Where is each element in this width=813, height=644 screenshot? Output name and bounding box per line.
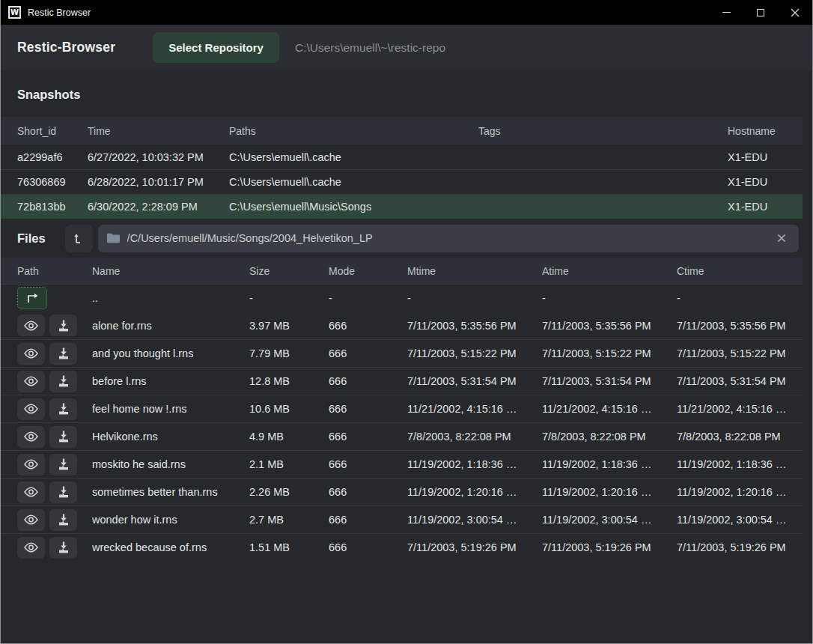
current-path-bar[interactable]: /C/Users/emuell/Music/Songs/2004_Helveti…: [98, 225, 799, 252]
clear-path-button[interactable]: [773, 230, 790, 246]
files-section-title: Files: [17, 231, 46, 246]
column-header-hostname: Hostname: [728, 125, 803, 137]
minimize-icon: [722, 12, 731, 13]
preview-file-button[interactable]: [17, 482, 45, 503]
snapshots-table-body: a2299af6 6/27/2022, 10:03:32 PM C:\Users…: [1, 145, 803, 219]
download-file-button[interactable]: [49, 343, 77, 365]
snapshots-table-header: Short_id Time Paths Tags Hostname: [1, 117, 803, 145]
files-table-header: Path Name Size Mode Mtime Atime Ctime: [1, 258, 803, 284]
file-row: wonder how it.rns 2.7 MB 666 11/19/2002,…: [1, 505, 803, 533]
repository-header: Restic-Browser Select Repository C:\User…: [1, 25, 812, 70]
snapshots-table: Short_id Time Paths Tags Hostname a2299a…: [1, 117, 803, 219]
eye-icon: [24, 542, 38, 553]
file-ctime: 7/8/2003, 8:22:08 PM: [677, 431, 803, 443]
snapshot-time: 6/28/2022, 10:01:17 PM: [88, 176, 229, 188]
file-ctime: 7/11/2003, 5:15:22 PM: [677, 347, 803, 359]
snapshot-short-id: 76306869: [17, 176, 88, 188]
download-file-button[interactable]: [49, 454, 77, 476]
file-ctime: 7/11/2003, 5:31:54 PM: [677, 375, 803, 387]
minimize-button[interactable]: [709, 0, 743, 25]
close-button[interactable]: [778, 0, 812, 25]
preview-file-button[interactable]: [17, 371, 45, 392]
maximize-button[interactable]: [743, 0, 778, 25]
go-to-parent-button[interactable]: [17, 287, 47, 309]
file-atime: -: [542, 292, 677, 304]
file-name: wrecked because of.rns: [92, 541, 249, 553]
file-name: sometimes better than.rns: [92, 486, 249, 498]
select-repository-button[interactable]: Select Repository: [153, 32, 279, 63]
snapshot-row[interactable]: a2299af6 6/27/2022, 10:03:32 PM C:\Users…: [1, 145, 803, 169]
download-icon: [58, 458, 70, 470]
snapshot-short-id: 72b813bb: [17, 201, 88, 213]
files-table: Path Name Size Mode Mtime Atime Ctime ..…: [1, 258, 803, 561]
file-mtime: 7/11/2003, 5:15:22 PM: [407, 347, 542, 359]
file-mtime: 11/19/2002, 1:20:16 …: [407, 486, 542, 498]
eye-icon: [24, 404, 38, 414]
file-mode: 666: [329, 431, 407, 443]
eye-icon: [24, 431, 38, 442]
eye-icon: [24, 514, 38, 525]
file-size: 2.1 MB: [249, 458, 329, 470]
column-header-mtime: Mtime: [407, 265, 542, 277]
file-ctime: 11/19/2002, 1:20:16 …: [677, 486, 803, 498]
snapshot-row[interactable]: 76306869 6/28/2022, 10:01:17 PM C:\Users…: [1, 169, 803, 194]
titlebar-left: W Restic Browser: [1, 6, 709, 19]
preview-file-button[interactable]: [17, 398, 45, 420]
snapshot-row[interactable]: 72b813bb 6/30/2022, 2:28:09 PM C:\Users\…: [1, 194, 803, 219]
file-name: before l.rns: [92, 375, 249, 387]
level-up-icon: [72, 231, 85, 245]
file-size: 1.51 MB: [249, 541, 329, 553]
file-atime: 11/19/2002, 3:00:54 …: [542, 514, 677, 526]
file-size: -: [249, 292, 329, 304]
download-file-button[interactable]: [49, 537, 77, 559]
download-file-button[interactable]: [49, 426, 77, 448]
file-size: 2.7 MB: [249, 514, 329, 526]
file-atime: 11/19/2002, 1:20:16 …: [542, 486, 677, 498]
preview-file-button[interactable]: [17, 343, 45, 365]
file-mtime: 7/11/2003, 5:19:26 PM: [407, 541, 542, 553]
file-mode: 666: [329, 458, 407, 470]
file-name: feel home now !.rns: [92, 403, 249, 415]
download-file-button[interactable]: [49, 371, 77, 392]
snapshot-time: 6/30/2022, 2:28:09 PM: [88, 201, 229, 213]
file-mtime: -: [407, 292, 542, 304]
file-ctime: -: [677, 292, 803, 304]
eye-icon: [24, 459, 38, 470]
file-size: 10.6 MB: [249, 403, 329, 415]
column-header-time: Time: [88, 125, 229, 137]
open-snapshot-root-button[interactable]: [65, 225, 93, 252]
file-mode: 666: [329, 541, 407, 553]
preview-file-button[interactable]: [17, 315, 45, 336]
download-icon: [58, 403, 70, 415]
file-mode: 666: [329, 403, 407, 415]
preview-file-button[interactable]: [17, 537, 45, 559]
parent-directory-row: .. - - - - -: [1, 284, 803, 312]
file-mode: 666: [329, 486, 407, 498]
file-ctime: 7/11/2003, 5:35:56 PM: [677, 320, 803, 332]
file-atime: 11/21/2002, 4:15:16 …: [542, 403, 677, 415]
preview-file-button[interactable]: [17, 509, 45, 531]
file-row: feel home now !.rns 10.6 MB 666 11/21/20…: [1, 395, 803, 422]
download-icon: [58, 347, 70, 359]
column-header-paths: Paths: [229, 125, 478, 137]
column-header-name: Name: [92, 265, 249, 277]
column-header-size: Size: [249, 265, 329, 277]
download-file-button[interactable]: [49, 315, 77, 336]
file-atime: 7/11/2003, 5:35:56 PM: [542, 320, 677, 332]
file-name: and you thought l.rns: [92, 347, 249, 359]
file-row: and you thought l.rns 7.79 MB 666 7/11/2…: [1, 339, 803, 367]
preview-file-button[interactable]: [17, 454, 45, 476]
download-file-button[interactable]: [49, 509, 77, 531]
preview-file-button[interactable]: [17, 426, 45, 448]
wails-app-icon: W: [8, 6, 21, 19]
file-row: Helvikone.rns 4.9 MB 666 7/8/2003, 8:22:…: [1, 422, 803, 450]
file-name: Helvikone.rns: [92, 431, 249, 443]
eye-icon: [24, 487, 38, 497]
file-mode: 666: [329, 320, 407, 332]
download-file-button[interactable]: [49, 482, 77, 503]
close-icon: [791, 8, 800, 17]
file-row: sometimes better than.rns 2.26 MB 666 11…: [1, 478, 803, 505]
download-file-button[interactable]: [49, 398, 77, 420]
download-icon: [58, 514, 70, 526]
file-atime: 7/11/2003, 5:15:22 PM: [542, 347, 677, 359]
